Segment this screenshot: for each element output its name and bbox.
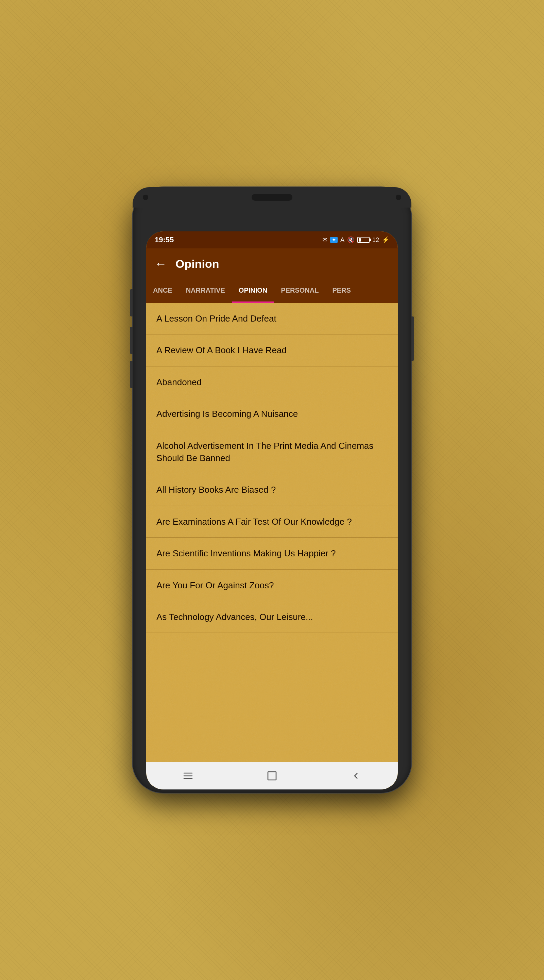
front-camera xyxy=(143,195,148,200)
content-list: A Lesson On Pride And Defeat A Review Of… xyxy=(146,303,398,762)
tab-bar: ANCE NARRATIVE OPINION PERSONAL PERS xyxy=(146,279,398,303)
notification-badge: ✦ xyxy=(330,237,338,243)
charging-icon: ⚡ xyxy=(382,236,389,243)
menu-icon xyxy=(182,770,193,781)
phone-frame: 19:55 ✉ ✦ A 🔇 12 ⚡ ← Opinion ANCE xyxy=(133,187,411,793)
translate-icon: A xyxy=(340,237,344,243)
list-item[interactable]: All History Books Are Biased ? xyxy=(146,474,398,506)
tab-pers[interactable]: PERS xyxy=(325,279,357,303)
list-item-text: All History Books Are Biased ? xyxy=(156,484,388,496)
tab-opinion[interactable]: OPINION xyxy=(232,279,274,303)
tab-ance[interactable]: ANCE xyxy=(146,279,179,303)
battery-fill xyxy=(359,238,361,242)
status-icons: ✉ ✦ A 🔇 12 ⚡ xyxy=(322,236,389,243)
list-item-text: Alcohol Advertisement In The Print Media… xyxy=(156,440,388,465)
mute-icon: 🔇 xyxy=(347,236,355,243)
status-time: 19:55 xyxy=(155,235,174,244)
list-item[interactable]: Abandoned xyxy=(146,366,398,398)
sensor xyxy=(396,195,401,200)
menu-button[interactable] xyxy=(178,765,198,786)
list-item[interactable]: Are You For Or Against Zoos? xyxy=(146,570,398,601)
list-item[interactable]: Are Examinations A Fair Test Of Our Know… xyxy=(146,506,398,538)
list-item[interactable]: Advertising Is Becoming A Nuisance xyxy=(146,398,398,430)
tab-narrative[interactable]: NARRATIVE xyxy=(179,279,232,303)
back-button[interactable]: ← xyxy=(155,256,167,271)
list-item-text: Abandoned xyxy=(156,376,388,388)
tab-personal[interactable]: PERSONAL xyxy=(274,279,325,303)
home-button[interactable] xyxy=(262,765,282,786)
svg-rect-3 xyxy=(268,772,276,780)
list-item[interactable]: Alcohol Advertisement In The Print Media… xyxy=(146,430,398,474)
battery-label: 12 xyxy=(372,237,379,243)
list-item-text: A Lesson On Pride And Defeat xyxy=(156,312,388,325)
app-title: Opinion xyxy=(175,257,219,270)
bottom-nav xyxy=(146,762,398,789)
list-item[interactable]: A Lesson On Pride And Defeat xyxy=(146,303,398,334)
speaker xyxy=(252,194,292,201)
list-item-text: Advertising Is Becoming A Nuisance xyxy=(156,408,388,420)
list-item[interactable]: As Technology Advances, Our Leisure... xyxy=(146,601,398,633)
list-item-text: Are Scientific Inventions Making Us Happ… xyxy=(156,547,388,559)
status-bar: 19:55 ✉ ✦ A 🔇 12 ⚡ xyxy=(146,231,398,248)
battery-icon xyxy=(357,237,370,243)
list-item-text: As Technology Advances, Our Leisure... xyxy=(156,611,388,623)
list-item[interactable]: A Review Of A Book I Have Read xyxy=(146,334,398,366)
list-item-text: Are You For Or Against Zoos? xyxy=(156,579,388,592)
phone-screen: 19:55 ✉ ✦ A 🔇 12 ⚡ ← Opinion ANCE xyxy=(146,231,398,789)
list-item-text: Are Examinations A Fair Test Of Our Know… xyxy=(156,515,388,528)
app-header: ← Opinion xyxy=(146,248,398,279)
back-button-nav[interactable] xyxy=(346,765,366,786)
home-icon xyxy=(266,770,278,781)
back-icon xyxy=(351,770,362,781)
phone-notch xyxy=(133,187,411,208)
list-item[interactable]: Are Scientific Inventions Making Us Happ… xyxy=(146,538,398,569)
list-item-text: A Review Of A Book I Have Read xyxy=(156,344,388,356)
message-icon: ✉ xyxy=(322,236,327,243)
